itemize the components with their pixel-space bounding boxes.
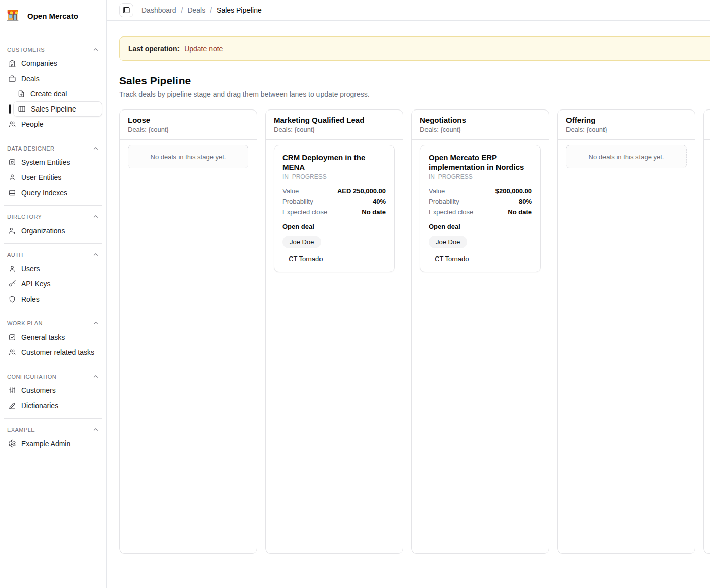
lane-body[interactable]: No deals in this stage yet. bbox=[120, 140, 257, 173]
breadcrumb-dashboard[interactable]: Dashboard bbox=[141, 6, 176, 14]
section-header-example[interactable]: EXAMPLE bbox=[4, 424, 102, 436]
divider bbox=[4, 418, 102, 419]
deal-card[interactable]: Open Mercato ERP implementation in Nordi… bbox=[420, 145, 541, 272]
chevron-up-icon bbox=[92, 373, 99, 380]
deal-card[interactable]: CRM Deploymen in the MENA IN_PROGRESS Va… bbox=[274, 145, 395, 272]
deal-owner-badge[interactable]: Joe Doe bbox=[282, 236, 321, 248]
deal-owner-badge[interactable]: Joe Doe bbox=[429, 236, 467, 248]
lane-title: Offering bbox=[566, 116, 687, 124]
main-area: Dashboard / Deals / Sales Pipeline Last … bbox=[107, 0, 710, 588]
sidebar-item-customer-related-tasks[interactable]: Customer related tasks bbox=[4, 345, 102, 360]
sidebar-item-deals[interactable]: Deals bbox=[4, 71, 102, 86]
divider bbox=[4, 137, 102, 137]
lane-partial bbox=[703, 109, 710, 554]
sidebar-item-roles[interactable]: Roles bbox=[4, 291, 102, 307]
lane-loose: Loose Deals: {count} No deals in this st… bbox=[119, 109, 257, 554]
divider bbox=[4, 312, 102, 312]
pipeline-board: Loose Deals: {count} No deals in this st… bbox=[119, 109, 710, 554]
sidebar-item-system-entities[interactable]: System Entities bbox=[4, 155, 102, 170]
users-icon bbox=[8, 348, 16, 356]
breadcrumb-deals[interactable]: Deals bbox=[187, 6, 205, 14]
chevron-up-icon bbox=[92, 213, 99, 220]
sidebar-item-create-deal[interactable]: Create deal bbox=[13, 86, 102, 101]
gear-icon bbox=[8, 439, 16, 448]
last-operation-banner: Last operation: Update note bbox=[119, 36, 710, 61]
chevron-up-icon bbox=[92, 145, 99, 152]
file-plus-icon bbox=[17, 90, 25, 98]
deal-title: CRM Deploymen in the MENA bbox=[282, 153, 386, 172]
lane-marketing-qualified-lead: Marketing Qualified Lead Deals: {count} … bbox=[265, 109, 403, 554]
lane-body[interactable]: CRM Deploymen in the MENA IN_PROGRESS Va… bbox=[266, 140, 403, 277]
sidebar-item-example-admin[interactable]: Example Admin bbox=[4, 436, 102, 451]
kanban-icon bbox=[18, 105, 26, 113]
lane-header: Offering Deals: {count} bbox=[558, 110, 695, 140]
sidebar-item-query-indexes[interactable]: Query Indexes bbox=[4, 185, 102, 200]
deal-field-row: Expected close No date bbox=[429, 208, 532, 216]
breadcrumb-current: Sales Pipeline bbox=[217, 6, 262, 14]
lane-deal-count: Deals: {count} bbox=[566, 126, 687, 133]
panel-left-icon bbox=[122, 6, 130, 14]
sidebar-item-api-keys[interactable]: API Keys bbox=[4, 276, 102, 291]
lane-body[interactable] bbox=[704, 140, 710, 150]
section-header-customers[interactable]: CUSTOMERS bbox=[4, 44, 102, 56]
deal-status: IN_PROGRESS bbox=[429, 173, 532, 180]
sidebar-item-customers-config[interactable]: Customers bbox=[4, 383, 102, 398]
sidebar-item-user-entities[interactable]: User Entities bbox=[4, 170, 102, 185]
section-header-auth[interactable]: AUTH bbox=[4, 249, 102, 261]
lane-title: Negotiations bbox=[420, 116, 541, 124]
lane-header: Negotiations Deals: {count} bbox=[412, 110, 549, 140]
topbar: Dashboard / Deals / Sales Pipeline bbox=[107, 0, 710, 21]
user-icon bbox=[8, 265, 16, 273]
lane-negotiations: Negotiations Deals: {count} Open Mercato… bbox=[411, 109, 549, 554]
app-title: Open Mercato bbox=[27, 12, 78, 20]
sidebar-toggle-button[interactable] bbox=[119, 3, 133, 17]
lane-title: Loose bbox=[128, 116, 248, 124]
deal-field-row: Value $200,000.00 bbox=[429, 187, 532, 195]
pencil-line-icon bbox=[8, 401, 16, 410]
key-icon bbox=[8, 280, 16, 288]
sidebar-item-users[interactable]: Users bbox=[4, 261, 102, 276]
deal-title: Open Mercato ERP implementation in Nordi… bbox=[429, 153, 532, 172]
user-icon bbox=[8, 173, 16, 181]
sidebar-item-sales-pipeline[interactable]: Sales Pipeline bbox=[13, 101, 102, 117]
deal-field-row: Probability 40% bbox=[282, 198, 386, 205]
app-logo-row[interactable]: Open Mercato bbox=[4, 7, 102, 23]
page-title: Sales Pipeline bbox=[119, 75, 710, 87]
open-deal-link[interactable]: Open deal bbox=[429, 223, 532, 230]
lane-header: Loose Deals: {count} bbox=[120, 110, 257, 140]
lane-body[interactable]: Open Mercato ERP implementation in Nordi… bbox=[412, 140, 549, 277]
building-icon bbox=[8, 59, 16, 67]
deal-field-row: Probability 80% bbox=[429, 198, 532, 205]
sidebar-item-dictionaries[interactable]: Dictionaries bbox=[4, 398, 102, 413]
section-header-directory[interactable]: DIRECTORY bbox=[4, 211, 102, 223]
breadcrumb: Dashboard / Deals / Sales Pipeline bbox=[141, 6, 262, 14]
empty-stage-placeholder: No deals in this stage yet. bbox=[128, 145, 248, 168]
check-square-icon bbox=[8, 333, 16, 341]
sidebar-item-organizations[interactable]: Organizations bbox=[4, 223, 102, 238]
chevron-up-icon bbox=[92, 320, 99, 327]
rows-icon bbox=[8, 189, 16, 197]
lane-deal-count: Deals: {count} bbox=[420, 126, 541, 133]
sidebar-item-people[interactable]: People bbox=[4, 117, 102, 132]
lane-header bbox=[704, 110, 710, 140]
shield-icon bbox=[8, 295, 16, 303]
lane-offering: Offering Deals: {count} No deals in this… bbox=[557, 109, 695, 554]
open-deal-link[interactable]: Open deal bbox=[282, 223, 386, 230]
sidebar-item-companies[interactable]: Companies bbox=[4, 56, 102, 71]
section-header-work-plan[interactable]: WORK PLAN bbox=[4, 317, 102, 329]
sidebar: Open Mercato CUSTOMERS Companies Deals C… bbox=[0, 0, 107, 588]
chevron-up-icon bbox=[92, 46, 99, 53]
divider bbox=[4, 243, 102, 244]
empty-stage-placeholder: No deals in this stage yet. bbox=[566, 145, 687, 168]
banner-label: Last operation: bbox=[128, 45, 180, 53]
chevron-up-icon bbox=[92, 426, 99, 433]
users-icon bbox=[8, 120, 16, 128]
banner-value: Update note bbox=[184, 45, 223, 53]
lane-body[interactable]: No deals in this stage yet. bbox=[558, 140, 695, 173]
section-header-configuration[interactable]: CONFIGURATION bbox=[4, 371, 102, 383]
breadcrumb-separator: / bbox=[181, 6, 183, 14]
sliders-icon bbox=[8, 386, 16, 394]
chevron-up-icon bbox=[92, 251, 99, 259]
section-header-data-designer[interactable]: DATA DESIGNER bbox=[4, 142, 102, 155]
sidebar-item-general-tasks[interactable]: General tasks bbox=[4, 329, 102, 345]
